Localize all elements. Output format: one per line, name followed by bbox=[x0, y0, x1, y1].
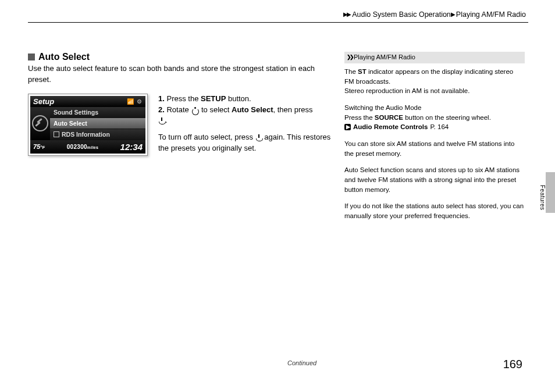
device-screenshot: Setup 📶 ⚙ Sound Settings Auto Select bbox=[28, 94, 148, 160]
breadcrumb-seg2: Playing AM/FM Radio bbox=[456, 10, 526, 19]
side-para-2: Switching the Audio Mode Press the SOURC… bbox=[344, 103, 525, 132]
continued-label: Continued bbox=[287, 359, 316, 366]
status-icons: 📶 ⚙ bbox=[127, 98, 143, 105]
rotate-dial-icon bbox=[191, 107, 199, 114]
menu-item-sound-settings: Sound Settings bbox=[50, 107, 145, 118]
side-para-5: If you do not like the stations auto sel… bbox=[344, 201, 525, 220]
cross-reference-link[interactable]: ▶ Audio Remote Controls P. 164 bbox=[344, 122, 525, 132]
step-1: 1. Press the SETUP button. 2. Rotate to … bbox=[158, 94, 336, 127]
screenshot-header: Setup bbox=[33, 97, 54, 106]
header-rule bbox=[28, 22, 528, 23]
section-tab bbox=[546, 172, 555, 213]
temperature-readout: 75°F bbox=[33, 143, 45, 150]
menu-item-rds-information: RDS Information bbox=[50, 129, 145, 140]
push-knob-icon bbox=[158, 117, 165, 124]
main-column: Auto Select Use the auto select feature … bbox=[28, 52, 344, 228]
chevron-right-icon: ▶ bbox=[451, 11, 454, 17]
section-heading: Auto Select bbox=[28, 52, 336, 62]
double-chevron-icon: ❯❯ bbox=[347, 54, 353, 61]
odometer-readout: 002300miles bbox=[67, 144, 99, 150]
side-para-1: The ST indicator appears on the display … bbox=[344, 67, 525, 96]
page-number: 169 bbox=[503, 358, 522, 371]
square-bullet-icon bbox=[28, 54, 35, 60]
checkbox-icon bbox=[54, 131, 59, 137]
side-para-4: Auto Select function scans and stores up… bbox=[344, 165, 525, 194]
breadcrumb: ▶▶Audio System Basic Operation▶Playing A… bbox=[28, 10, 528, 19]
link-arrow-icon: ▶ bbox=[344, 124, 351, 130]
side-para-3: You can store six AM stations and twelve… bbox=[344, 139, 525, 158]
menu-item-auto-select: Auto Select bbox=[50, 118, 145, 129]
side-heading: ❯❯ Playing AM/FM Radio bbox=[344, 52, 525, 63]
step-instructions: 1. Press the SETUP button. 2. Rotate to … bbox=[158, 94, 336, 160]
chevron-right-icon: ▶▶ bbox=[343, 11, 350, 17]
section-intro: Use the auto select feature to scan both… bbox=[28, 63, 336, 85]
section-title-text: Auto Select bbox=[38, 52, 90, 62]
side-column: ❯❯ Playing AM/FM Radio The ST indicator … bbox=[344, 52, 525, 228]
settings-wrench-icon bbox=[32, 115, 48, 131]
section-tab-label: Features bbox=[539, 185, 546, 210]
turn-off-note: To turn off auto select, press again. Th… bbox=[158, 132, 336, 154]
breadcrumb-seg1: Audio System Basic Operation bbox=[352, 10, 451, 19]
clock-readout: 12:34 bbox=[120, 142, 143, 152]
push-knob-icon bbox=[255, 134, 262, 141]
